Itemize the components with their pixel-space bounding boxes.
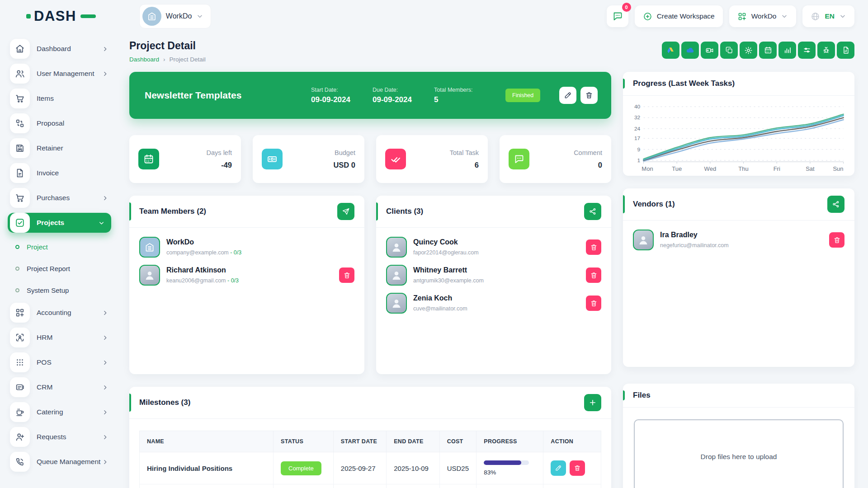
brand-logo: DASH — [26, 8, 96, 24]
milestones-table: NAME STATUS START DATE END DATE COST PRO… — [139, 431, 601, 488]
project-name: Newsletter Templates — [145, 90, 311, 101]
calendar-button[interactable] — [759, 42, 777, 59]
avatar — [633, 230, 654, 250]
sidebar-item-accounting[interactable]: Accounting — [10, 303, 110, 323]
settings-button[interactable] — [740, 42, 757, 59]
messages-button[interactable]: 0 — [607, 5, 628, 27]
breadcrumb-dashboard-link[interactable]: Dashboard — [129, 56, 159, 63]
report-file-button[interactable] — [837, 42, 854, 59]
workspace-switcher[interactable]: WorkDo — [139, 4, 212, 28]
vendors-title: Vendors (1) — [633, 200, 675, 209]
invite-member-button[interactable] — [337, 203, 354, 220]
task-ratio: - 0/3 — [230, 249, 241, 256]
document-icon — [10, 163, 30, 183]
sidebar-item-crm[interactable]: CRM — [10, 377, 110, 397]
svg-text:32: 32 — [634, 115, 640, 121]
phone-icon — [10, 452, 30, 472]
app-header: DASH WorkDo 0 Create Workspace WorkDo EN — [0, 0, 868, 33]
home-icon — [10, 39, 30, 59]
chevron-right-icon — [102, 434, 108, 441]
sidebar-item-invoice[interactable]: Invoice — [10, 163, 110, 183]
chevron-right-icon — [102, 384, 108, 391]
svg-text:24: 24 — [634, 126, 641, 131]
sidebar-item-queue-management[interactable]: Queue Management — [10, 452, 110, 472]
progress-bar — [484, 460, 529, 465]
bug-report-button[interactable] — [817, 42, 835, 59]
messages-badge: 0 — [622, 3, 631, 12]
logo-accent-dash — [80, 14, 96, 18]
gantt-chart-button[interactable] — [778, 42, 796, 59]
video-meeting-button[interactable] — [701, 42, 718, 59]
sidebar-item-items[interactable]: Items — [10, 89, 110, 108]
svg-text:17: 17 — [634, 135, 640, 141]
language-dropdown[interactable]: EN — [802, 5, 854, 27]
app-menu-dropdown[interactable]: WorkDo — [729, 5, 797, 27]
delete-milestone-button[interactable] — [570, 460, 585, 476]
avatar — [386, 293, 407, 314]
create-workspace-label: Create Workspace — [657, 12, 715, 20]
edit-project-button[interactable] — [559, 87, 576, 104]
sidebar-item-catering[interactable]: Catering — [10, 402, 110, 422]
remove-client-button[interactable] — [586, 239, 601, 255]
user-plus-icon — [10, 427, 30, 447]
sidebar-subitem-project-report[interactable]: Project Report — [15, 259, 110, 277]
sidebar-item-hrm[interactable]: HRM — [10, 328, 110, 347]
bullet-icon — [15, 288, 19, 292]
stat-budget: BudgetUSD 0 — [253, 135, 364, 183]
due-date-label: Due Date: — [373, 87, 426, 93]
svg-text:Wed: Wed — [704, 165, 717, 172]
sidebar-item-requests[interactable]: Requests — [10, 427, 110, 447]
share-clients-button[interactable] — [584, 203, 601, 220]
chevron-right-icon — [102, 310, 108, 316]
create-workspace-button[interactable]: Create Workspace — [635, 5, 723, 27]
sidebar-item-pos[interactable]: POS — [10, 352, 110, 372]
svg-text:1: 1 — [637, 157, 641, 163]
remove-client-button[interactable] — [586, 267, 601, 283]
duplicate-button[interactable] — [720, 42, 738, 59]
remove-client-button[interactable] — [586, 296, 601, 311]
vendor-row: Ira Bradley negefuricu@mailinator.com — [633, 230, 844, 250]
team-members-title: Team Members (2) — [139, 207, 206, 216]
share-vendors-button[interactable] — [827, 196, 844, 213]
svg-text:Sun: Sun — [833, 165, 843, 172]
progress-percent: 83% — [484, 469, 496, 476]
onedrive-button[interactable] — [681, 42, 699, 59]
start-date-label: Start Date: — [311, 87, 364, 93]
chevron-right-icon — [102, 195, 108, 202]
google-drive-button[interactable] — [662, 42, 679, 59]
app-menu-label: WorkDo — [751, 12, 777, 20]
stat-days-left: Days left-49 — [129, 135, 241, 183]
svg-text:Thu: Thu — [738, 165, 748, 172]
remove-member-button[interactable] — [339, 267, 354, 283]
remove-vendor-button[interactable] — [829, 232, 844, 248]
sidebar-item-dashboard[interactable]: Dashboard — [10, 39, 110, 59]
sidebar-item-purchases[interactable]: Purchases — [10, 188, 110, 208]
team-member-row: Richard Atkinson keanu2006@gmail.com - 0… — [139, 265, 354, 286]
cart-icon — [10, 188, 30, 208]
sidebar-item-projects[interactable]: Projects — [8, 213, 111, 233]
sliders-button[interactable] — [798, 42, 816, 59]
sidebar-item-user-management[interactable]: User Management — [10, 64, 110, 84]
edit-milestone-button[interactable] — [551, 460, 566, 476]
money-icon — [262, 149, 283, 169]
chevron-right-icon — [102, 459, 108, 465]
add-milestone-button[interactable] — [584, 394, 601, 411]
workspace-name: WorkDo — [166, 12, 192, 20]
sidebar-subitem-project[interactable]: Project — [15, 238, 110, 256]
sidebar-item-proposal[interactable]: Proposal — [10, 113, 110, 133]
delete-project-button[interactable] — [580, 87, 598, 104]
total-members-value: 5 — [434, 95, 493, 104]
chevron-right-icon — [102, 46, 108, 52]
check-square-icon — [10, 213, 30, 233]
page-title: Project Detail — [129, 40, 206, 52]
client-row: Quincy Cook fapor22014@oglerau.com — [386, 237, 601, 258]
total-members-label: Total Members: — [434, 87, 493, 93]
chat-icon — [612, 11, 623, 22]
sidebar-item-retainer[interactable]: Retainer — [10, 138, 110, 158]
vendors-card: Vendors (1) Ira Bradley negefuricu@maili… — [623, 188, 854, 367]
stat-cards: Days left-49 BudgetUSD 0 Total Task6 Com… — [129, 135, 611, 183]
file-dropzone[interactable]: Drop files here to upload — [634, 419, 844, 488]
sidebar-subitem-system-setup[interactable]: System Setup — [15, 281, 110, 299]
breadcrumb-current: Project Detail — [170, 56, 206, 63]
calendar-icon — [138, 149, 159, 169]
